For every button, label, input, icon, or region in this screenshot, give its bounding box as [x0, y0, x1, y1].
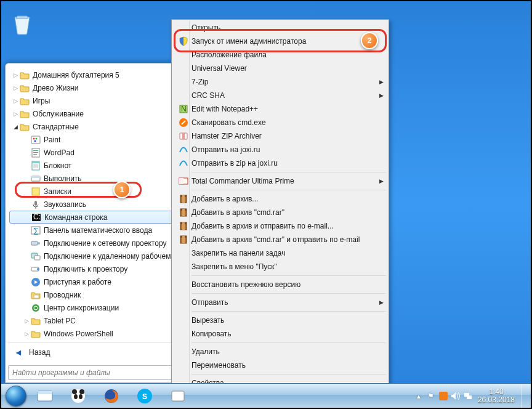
proj-icon — [30, 264, 41, 275]
context-menu-item[interactable]: Отправить▶ — [173, 296, 387, 309]
context-menu-separator — [191, 275, 386, 276]
context-menu-separator — [191, 342, 386, 343]
svg-rect-61 — [172, 391, 184, 401]
menu-item-label: Панель математического ввода — [44, 226, 152, 235]
context-menu-item[interactable]: Восстановить прежнюю версию — [173, 278, 387, 291]
context-menu-item[interactable]: Отправить в zip на joxi.ru — [173, 156, 387, 170]
context-menu-label: Добавить в архив и отправить по e-mail..… — [191, 222, 374, 230]
context-menu-label: Добавить в архив "cmd.rar" — [191, 208, 374, 217]
context-menu-item[interactable]: Universal Viewer — [173, 62, 387, 75]
context-menu-item[interactable]: Закрепить в меню "Пуск" — [173, 260, 387, 273]
context-menu-item[interactable]: Total Commander Ultima Prime▶ — [173, 174, 387, 188]
context-menu-label: Отправить — [191, 298, 374, 307]
explorer-icon — [30, 290, 41, 301]
notepad-icon — [30, 160, 41, 171]
svg-point-55 — [79, 389, 84, 394]
context-menu-item[interactable]: Отправить на joxi.ru — [173, 143, 387, 156]
chevron-right-icon: ▷ — [12, 111, 19, 117]
context-menu-item[interactable]: Добавить в архив "cmd.rar" — [173, 206, 387, 219]
paint-icon — [30, 134, 41, 145]
context-menu-label: Total Commander Ultima Prime — [191, 177, 374, 185]
tray-app-icon[interactable] — [438, 390, 449, 402]
tray-chevron-up-icon[interactable]: ▴ — [413, 390, 424, 402]
folder-icon — [19, 70, 30, 81]
taskbar-app-panda[interactable] — [62, 386, 94, 407]
context-menu-item[interactable]: Удалить — [173, 345, 387, 358]
svg-rect-38 — [179, 178, 183, 184]
submenu-arrow-icon: ▶ — [379, 79, 384, 85]
taskbar-app-firefox[interactable] — [95, 386, 127, 407]
avast-icon — [175, 118, 191, 128]
show-desktop-button[interactable] — [521, 384, 528, 408]
context-menu-item[interactable]: Расположение файла — [173, 48, 387, 62]
netproj-icon — [30, 238, 41, 249]
context-menu-item[interactable]: Добавить в архив "cmd.rar" и отправить п… — [173, 233, 387, 246]
start-button[interactable] — [4, 384, 28, 408]
svg-rect-36 — [182, 133, 185, 139]
context-menu-item[interactable]: Запуск от имени администратора — [173, 34, 387, 48]
cmd-icon: C:\ — [31, 212, 42, 223]
context-menu-label: Открыть — [191, 23, 374, 32]
menu-item-label: WordPad — [44, 148, 75, 157]
chevron-right-icon: ▷ — [12, 72, 19, 78]
menu-item-label: Древо Жизни — [33, 84, 78, 92]
context-menu-item[interactable]: NEdit with Notepad++ — [173, 102, 387, 116]
tray-flag-icon[interactable]: ⚑ — [425, 390, 437, 402]
menu-item-label: Подключение к сетевому проектору — [44, 239, 166, 248]
chevron-right-icon: ▷ — [12, 98, 19, 104]
svg-rect-15 — [34, 201, 37, 206]
context-menu-label: Переименовать — [191, 361, 374, 370]
context-menu-item[interactable]: Добавить в архив и отправить по e-mail..… — [173, 219, 387, 233]
taskbar: S ▴ ⚑ 1:40 26.03.2018 — [1, 383, 531, 408]
recycle-bin-icon[interactable] — [10, 11, 34, 36]
taskbar-app-skype[interactable]: S — [129, 386, 161, 407]
submenu-arrow-icon: ▶ — [379, 92, 384, 99]
joxi-icon — [175, 158, 191, 168]
tray-network-icon[interactable] — [462, 390, 474, 402]
taskbar-clock[interactable]: 1:40 26.03.2018 — [474, 388, 518, 404]
tray-volume-icon[interactable] — [450, 390, 461, 402]
context-menu-item[interactable]: Добавить в архив... — [173, 192, 387, 206]
system-tray: ▴ ⚑ 1:40 26.03.2018 — [413, 384, 531, 408]
taskbar-app-1[interactable] — [29, 386, 61, 407]
tc-icon — [175, 176, 191, 186]
rdp-icon — [30, 251, 41, 262]
menu-item-label: Tablet PC — [44, 317, 76, 325]
svg-rect-28 — [34, 295, 39, 298]
menu-item-label: Домашняя бухгалтерия 5 — [33, 71, 119, 79]
svg-point-1 — [33, 137, 35, 139]
svg-point-29 — [32, 304, 39, 312]
context-menu-label: Удалить — [191, 347, 374, 356]
context-menu-item[interactable]: Открыть — [173, 21, 387, 34]
context-menu-label: Копировать — [191, 330, 374, 338]
svg-point-57 — [79, 394, 83, 399]
svg-point-56 — [74, 394, 78, 399]
svg-rect-64 — [467, 395, 472, 399]
context-menu-item[interactable]: Вырезать — [173, 314, 387, 327]
context-menu-item[interactable]: Закрепить на панели задач — [173, 246, 387, 260]
folder-icon — [30, 315, 41, 326]
context-menu-label: 7-Zip — [191, 78, 374, 86]
taskbar-app-5[interactable] — [162, 386, 194, 407]
context-menu-label: CRC SHA — [191, 91, 374, 100]
context-menu-label: Запуск от имени администратора — [191, 37, 374, 46]
menu-item-label: Подключить к проектору — [44, 265, 127, 273]
sticky-icon — [30, 186, 41, 197]
svg-rect-5 — [33, 150, 38, 151]
context-menu-label: Отправить на joxi.ru — [191, 145, 374, 154]
svg-point-26 — [37, 268, 39, 270]
callout-badge-2: 2 — [361, 32, 378, 49]
folder-icon — [19, 121, 30, 132]
clock-date: 26.03.2018 — [478, 396, 515, 404]
context-menu-item[interactable]: CRC SHA▶ — [173, 89, 387, 102]
clock-time: 1:40 — [478, 388, 515, 396]
svg-rect-9 — [32, 161, 39, 163]
context-menu-item[interactable]: Сканировать cmd.exe — [173, 116, 387, 129]
context-menu-separator — [191, 374, 386, 375]
context-menu-item[interactable]: Копировать — [173, 327, 387, 341]
context-menu-item[interactable]: Переименовать — [173, 358, 387, 372]
folder-icon — [30, 328, 41, 339]
rar-icon — [175, 194, 191, 204]
context-menu-item[interactable]: Hamster ZIP Archiver — [173, 129, 387, 143]
context-menu-item[interactable]: 7-Zip▶ — [173, 75, 387, 89]
